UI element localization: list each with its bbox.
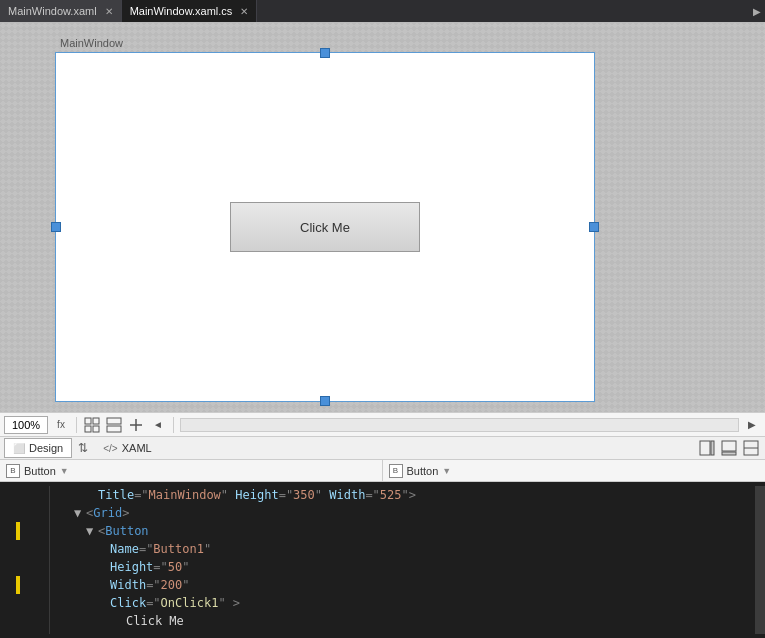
code-1-eq3: =" [365, 486, 379, 504]
code-1-val1: MainWindow [149, 486, 221, 504]
line-num-2 [20, 504, 43, 522]
zoom-toolbar: fx ◄ ▶ [0, 412, 765, 436]
code-line-3: ▼ <Button [58, 522, 755, 540]
grid-icon-1[interactable] [83, 416, 101, 434]
code-6-val: 200 [161, 576, 183, 594]
collapse-arrow-button[interactable]: ▼ [86, 522, 98, 540]
code-9-tag: Button [112, 630, 155, 634]
resize-handle-left-center[interactable] [51, 222, 61, 232]
code-3-tag: Button [105, 522, 148, 540]
arrow-left-icon[interactable]: ◄ [149, 416, 167, 434]
xaml-tab-label: XAML [122, 442, 152, 454]
fx-label: fx [57, 419, 65, 430]
window-title: MainWindow [56, 35, 127, 51]
panel-btn-1[interactable] [697, 438, 717, 458]
panel-icon-1 [699, 440, 715, 456]
pan-icon[interactable] [127, 416, 145, 434]
code-2-gt: > [122, 504, 129, 522]
horizontal-scrollbar[interactable] [180, 418, 739, 432]
panel-icon-3 [743, 440, 759, 456]
code-7-val: OnClick1 [161, 594, 219, 612]
code-6-eq: =" [146, 576, 160, 594]
svg-rect-2 [85, 426, 91, 432]
grid-svg-1 [84, 417, 100, 433]
tab-xaml-close[interactable]: ✕ [105, 6, 113, 17]
tab-cs-label: MainWindow.xaml.cs [130, 5, 233, 17]
scroll-right-btn[interactable]: ▶ [743, 416, 761, 434]
view-tabs-bar: ⬜ Design ⇅ </> XAML [0, 436, 765, 460]
line-num-8 [20, 612, 43, 630]
code-5-val: 50 [168, 558, 182, 576]
element-icon-right: B [389, 464, 403, 478]
bookmark-2 [16, 576, 20, 594]
code-2-tag: Grid [93, 504, 122, 522]
svg-rect-0 [85, 418, 91, 424]
code-4-eq: =" [139, 540, 153, 558]
design-tab-icon: ⬜ [13, 443, 25, 454]
code-1-eq2c: " [315, 486, 322, 504]
svg-rect-1 [93, 418, 99, 424]
xaml-editor[interactable]: Title="MainWindow" Height="350" Width="5… [0, 482, 765, 638]
element-selector-right[interactable]: B Button ▼ [383, 460, 766, 482]
svg-rect-3 [93, 426, 99, 432]
design-button[interactable]: Click Me [230, 202, 420, 252]
code-1-val2: 350 [293, 486, 315, 504]
tab-bar: MainWindow.xaml ✕ MainWindow.xaml.cs ✕ ▶ [0, 0, 765, 22]
tab-xaml[interactable]: MainWindow.xaml ✕ [0, 0, 122, 22]
line-num-4 [20, 540, 43, 558]
panel-btn-2[interactable] [719, 438, 739, 458]
swap-btn[interactable]: ⇅ [74, 441, 92, 455]
design-button-label: Click Me [300, 220, 350, 235]
line-num-6 [20, 576, 43, 594]
resize-handle-bottom-center[interactable] [320, 396, 330, 406]
grid-icon-2[interactable] [105, 416, 123, 434]
design-tab-label: Design [29, 442, 63, 454]
code-5-eqc: " [182, 558, 189, 576]
code-line-2: ▼ <Grid> [58, 504, 755, 522]
fx-button[interactable]: fx [52, 416, 70, 434]
resize-handle-top-center[interactable] [320, 48, 330, 58]
design-canvas: MainWindow Click Me [0, 22, 765, 412]
toolbar-separator-1 [76, 417, 77, 433]
svg-rect-9 [711, 441, 714, 455]
code-1-space2 [322, 486, 329, 504]
line-num-7 [20, 594, 43, 612]
grid-svg-2 [106, 417, 122, 433]
pan-svg [128, 417, 144, 433]
toolbar-separator-2 [173, 417, 174, 433]
element-selector-left-arrow[interactable]: ▼ [60, 466, 69, 476]
code-content[interactable]: Title="MainWindow" Height="350" Width="5… [50, 486, 755, 634]
tab-scroll-right[interactable]: ▶ [749, 0, 765, 22]
code-9-lt: </ [98, 630, 112, 634]
window-frame: MainWindow Click Me [55, 52, 595, 402]
zoom-input[interactable] [4, 416, 48, 434]
collapse-arrow-grid[interactable]: ▼ [74, 504, 86, 522]
element-selector-left[interactable]: B Button ▼ [0, 460, 383, 482]
tab-design[interactable]: ⬜ Design [4, 438, 72, 458]
code-line-6: Width="200" [58, 576, 755, 594]
panel-btn-3[interactable] [741, 438, 761, 458]
element-selector-right-arrow[interactable]: ▼ [442, 466, 451, 476]
panel-icon-2 [721, 440, 737, 456]
swap-icon: ⇅ [78, 441, 88, 455]
svg-rect-8 [700, 441, 710, 455]
element-selector-right-label: Button [407, 465, 439, 477]
code-line-7: Click="OnClick1" > [58, 594, 755, 612]
tab-xaml-view[interactable]: </> XAML [94, 438, 160, 458]
line-num-1 [20, 486, 43, 504]
svg-rect-11 [722, 452, 736, 455]
code-1-eq1: =" [134, 486, 148, 504]
svg-rect-5 [107, 426, 121, 432]
element-selector-bar: B Button ▼ B Button ▼ [0, 460, 765, 482]
tab-cs-close[interactable]: ✕ [240, 6, 248, 17]
resize-handle-right-center[interactable] [589, 222, 599, 232]
line-numbers [20, 486, 50, 634]
xaml-vertical-scrollbar[interactable] [755, 486, 765, 634]
tab-cs[interactable]: MainWindow.xaml.cs ✕ [122, 0, 258, 22]
code-7-eq: =" [146, 594, 160, 612]
code-9-gt: > [156, 630, 163, 634]
code-1-attr2: Height [235, 486, 278, 504]
code-4-eqc: " [204, 540, 211, 558]
code-6-eqc: " [182, 576, 189, 594]
element-icon-left-text: B [10, 466, 15, 475]
